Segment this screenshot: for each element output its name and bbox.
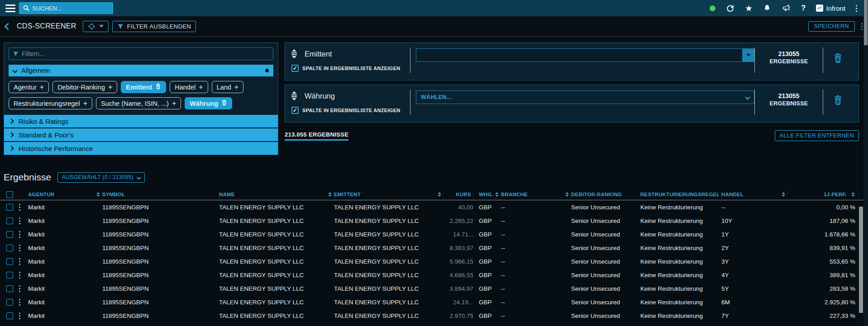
row-checkbox[interactable] [6, 245, 13, 251]
column-header-handel[interactable]: HANDEL [721, 189, 787, 200]
drag-handle-icon[interactable] [291, 49, 297, 58]
filter-search-field[interactable] [9, 47, 273, 60]
column-header-symbol[interactable]: SYMBOL [102, 189, 219, 200]
row-menu-icon[interactable] [19, 217, 20, 224]
cell-branche: -- [501, 204, 571, 211]
row-menu-icon[interactable] [19, 312, 20, 319]
column-header-debitor_ranking[interactable]: DEBITOR-RANKING [571, 189, 640, 200]
remove-filter-button[interactable] [823, 90, 852, 118]
filter-section-risiko-ratings[interactable]: Risiko & Ratings [4, 115, 278, 128]
selected-dropdown-button[interactable]: AUSGEWÄHLT (0 / 213055) [57, 172, 145, 183]
filter-chip-land[interactable]: Land+ [212, 81, 244, 93]
row-menu-icon[interactable] [19, 231, 20, 238]
layout-target-button[interactable] [83, 21, 109, 32]
save-button[interactable]: SPEICHERN [808, 21, 855, 32]
chevron-right-icon [9, 146, 14, 151]
row-menu-icon[interactable] [19, 272, 20, 279]
table-row[interactable]: Markit11895SENGBPNTALEN ENERGY SUPPLY LL… [0, 282, 868, 295]
screener-overflow-menu-icon[interactable] [861, 23, 863, 30]
refresh-icon[interactable] [726, 4, 734, 13]
announcements-megaphone-icon[interactable] [781, 4, 791, 13]
results-count-link[interactable]: 213.055 ERGEBNISSE [285, 131, 348, 141]
page-scrollbar[interactable] [863, 0, 868, 326]
table-row[interactable]: Markit11895SENGBPNTALEN ENERGY SUPPLY LL… [0, 309, 868, 322]
column-label: NAME [219, 192, 235, 197]
row-checkbox[interactable] [6, 231, 13, 238]
filter-toggle-button[interactable]: FILTER AUSBLENDEN [112, 21, 196, 32]
column-header-emittent[interactable]: EMITTENT [334, 189, 444, 200]
filter-section-historische-performance[interactable]: Historische Performance [4, 142, 278, 155]
search-input[interactable] [32, 5, 112, 12]
row-checkbox[interactable] [6, 299, 13, 306]
drag-handle-icon[interactable] [291, 91, 297, 100]
filter-chip-debitor-ranking[interactable]: Debitor-Ranking+ [52, 81, 117, 93]
topbar-icons: ★ ? Infront [710, 3, 863, 14]
row-checkbox[interactable] [6, 272, 13, 279]
sort-icon[interactable] [849, 192, 855, 197]
row-menu-icon[interactable] [19, 245, 20, 251]
table-scrollbar-thumb[interactable] [859, 207, 863, 313]
sort-icon[interactable] [326, 192, 332, 197]
row-checkbox[interactable] [6, 217, 13, 224]
column-header-whg[interactable]: WHG. [473, 189, 501, 200]
filter-group-allgemein[interactable]: Allgemein [9, 65, 273, 76]
table-row[interactable]: Markit11895SENGBPNTALEN ENERGY SUPPLY LL… [0, 255, 868, 268]
row-checkbox[interactable] [6, 312, 13, 319]
row-checkbox[interactable] [6, 285, 13, 292]
select-all-checkbox[interactable] [6, 191, 13, 198]
trash-icon[interactable] [155, 83, 161, 91]
row-checkbox[interactable] [6, 204, 13, 211]
filter-chip-handel[interactable]: Handel+ [170, 81, 208, 93]
cell-debitor_ranking: Senior Unsecured [571, 299, 640, 306]
column-header-agentur[interactable]: AGENTUR [28, 189, 102, 200]
filter-chip-w-hrung[interactable]: Währung [185, 97, 232, 109]
row-checkbox[interactable] [6, 258, 13, 265]
emittent-input[interactable] [416, 48, 742, 62]
sort-icon[interactable] [563, 192, 569, 197]
emittent-dropdown-button[interactable] [742, 48, 754, 62]
notifications-bell-icon[interactable] [763, 4, 771, 12]
sort-icon[interactable] [493, 192, 499, 197]
topbar-overflow-menu-icon[interactable] [856, 5, 857, 12]
filter-search-input[interactable] [22, 50, 269, 57]
clear-all-filters-button[interactable]: ALLE FILTER ENTFERNEN [775, 130, 859, 141]
filter-chip-agentur[interactable]: Agentur+ [9, 81, 49, 93]
cell-name: TALEN ENERGY SUPPLY LLC [219, 204, 334, 211]
waehrung-select[interactable]: WÄHLEN... [416, 90, 754, 104]
row-menu-icon[interactable] [19, 285, 20, 292]
sort-icon[interactable] [95, 192, 100, 197]
column-header-branche[interactable]: BRANCHE [501, 189, 571, 200]
show-column-checkbox[interactable]: ✓ [291, 65, 299, 72]
table-row[interactable]: Markit11895SENGBPNTALEN ENERGY SUPPLY LL… [0, 295, 868, 309]
show-column-checkbox[interactable]: ✓ [291, 107, 299, 114]
table-row[interactable]: Markit11895SENGBPNTALEN ENERGY SUPPLY LL… [0, 214, 868, 227]
column-header-name[interactable]: NAME [219, 189, 334, 200]
sort-icon[interactable] [436, 192, 441, 197]
connection-status-icon [710, 5, 715, 11]
filter-chip-suche-name-isin[interactable]: Suche (Name, ISIN, ...)+ [96, 97, 181, 109]
column-label: KURS [456, 192, 471, 197]
page-scrollbar-thumb[interactable] [864, 0, 868, 45]
table-row[interactable]: Markit11895SENGBPNTALEN ENERGY SUPPLY LL… [0, 200, 868, 214]
row-menu-icon[interactable] [19, 204, 20, 211]
global-search[interactable] [19, 2, 113, 14]
sort-icon[interactable] [780, 192, 785, 197]
column-header-perf[interactable]: 1J-PERF. [787, 189, 858, 200]
favorites-star-icon[interactable]: ★ [745, 3, 753, 14]
row-select-cell [6, 272, 28, 279]
column-header-kurs[interactable]: KURS [444, 189, 473, 200]
menu-icon[interactable] [5, 5, 15, 12]
filter-section-standard-poor-s[interactable]: Standard & Poor's [4, 128, 278, 141]
table-row[interactable]: Markit11895SENGBPNTALEN ENERGY SUPPLY LL… [0, 268, 868, 282]
row-menu-icon[interactable] [19, 258, 20, 265]
filter-chip-restrukturierungsregel[interactable]: Restrukturierungsregel+ [9, 97, 92, 109]
remove-filter-button[interactable] [823, 47, 852, 76]
help-icon[interactable]: ? [801, 4, 806, 13]
column-header-restrukturierungsregel[interactable]: RESTRUKTURIERUNGSREGEL [640, 189, 721, 200]
trash-icon[interactable] [221, 99, 227, 107]
table-row[interactable]: Markit11895SENGBPNTALEN ENERGY SUPPLY LL… [0, 227, 868, 241]
filter-chip-emittent[interactable]: Emittent [121, 81, 166, 93]
table-row[interactable]: Markit11895SENGBPNTALEN ENERGY SUPPLY LL… [0, 241, 868, 255]
back-button[interactable] [5, 23, 12, 30]
row-menu-icon[interactable] [19, 299, 20, 306]
